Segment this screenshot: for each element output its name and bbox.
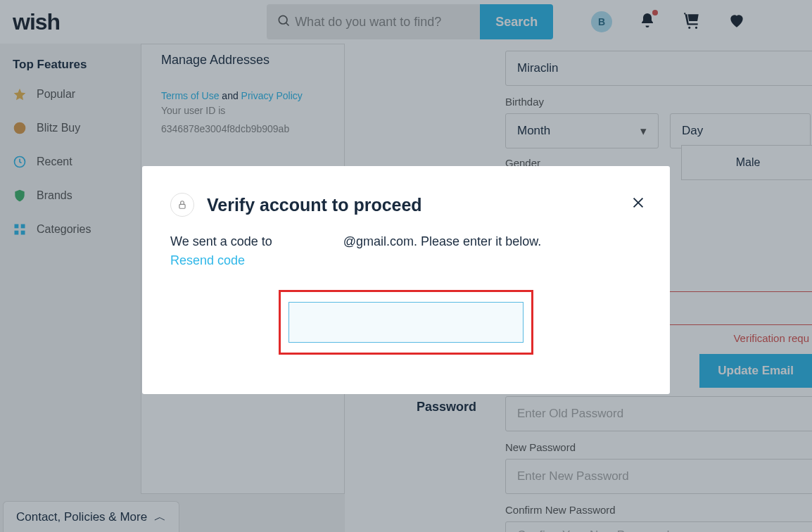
close-button[interactable] (630, 193, 646, 215)
modal-title: Verify account to proceed (207, 195, 422, 215)
verification-code-input[interactable] (288, 302, 524, 343)
lock-icon (170, 193, 194, 217)
code-input-highlight (279, 290, 533, 355)
svg-rect-8 (179, 204, 185, 208)
verify-modal: Verify account to proceed We sent a code… (142, 166, 670, 394)
resend-code-link[interactable]: Resend code (170, 253, 245, 267)
modal-overlay: Verify account to proceed We sent a code… (0, 0, 812, 532)
modal-message: We sent a code to @gmail.com. Please ent… (170, 232, 642, 270)
